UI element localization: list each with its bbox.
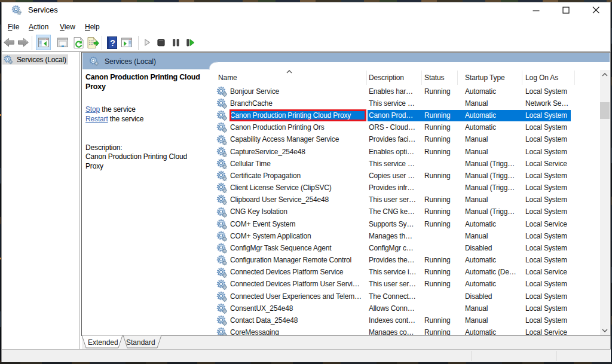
svg-text:Extended: Extended: [88, 338, 118, 347]
svg-text:Standard: Standard: [126, 338, 155, 347]
svg-text:?: ?: [110, 38, 115, 48]
